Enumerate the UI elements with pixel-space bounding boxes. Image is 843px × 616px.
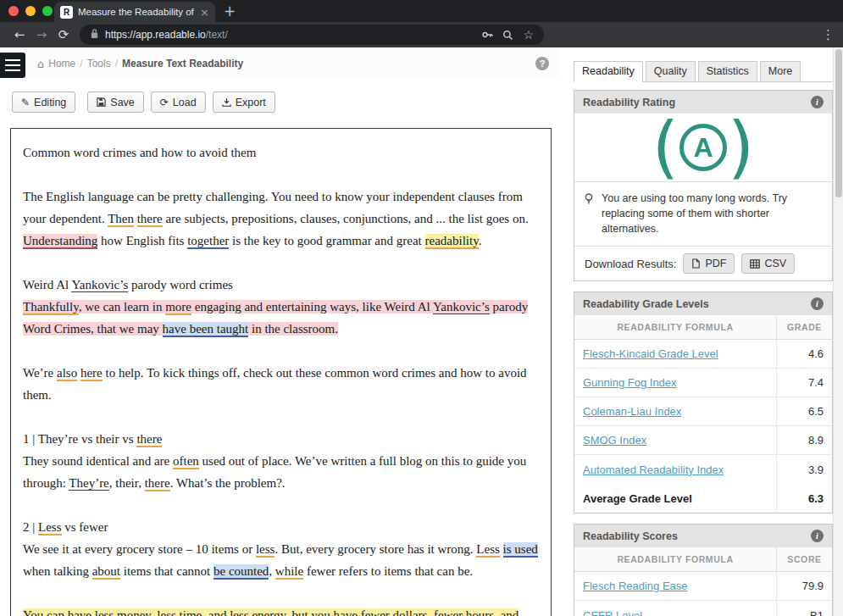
download-csv-button[interactable]: CSV (741, 253, 795, 274)
highlighted-word[interactable]: less (256, 542, 275, 558)
table-row: Automated Readability Index3.9 (574, 455, 832, 484)
close-window-button[interactable] (8, 6, 19, 16)
address-bar[interactable]: https://app.readable.io/text/ ☆ (80, 25, 544, 45)
highlighted-word[interactable]: while (275, 564, 303, 580)
back-icon[interactable]: ← (8, 24, 31, 46)
zoom-icon[interactable] (502, 30, 513, 41)
text-run: is the key to good grammar and great (229, 234, 424, 247)
formula-link[interactable]: Coleman-Liau Index (583, 405, 681, 418)
highlighted-word[interactable]: in the classroom. (248, 322, 338, 336)
highlighted-word[interactable]: together (187, 234, 229, 249)
tab-more[interactable]: More (760, 61, 801, 81)
highlighted-word[interactable]: more (165, 300, 191, 315)
highlighted-word[interactable]: is used (503, 542, 538, 558)
editor-paragraph: Weird Al Yankovic’s parody word crimes (23, 274, 539, 296)
url-text: https://app.readable.io/text/ (105, 29, 228, 41)
highlighted-word[interactable]: Yankovic’s (71, 278, 128, 292)
tip-text: You are using too many long words. Try r… (602, 191, 822, 236)
main-column: ⌂ Home / Tools / Measure Text Readabilit… (0, 47, 561, 616)
highlighted-word[interactable]: be counted (214, 564, 269, 580)
panel-title: Readability Rating (583, 97, 675, 108)
highlighted-word[interactable]: also (57, 366, 77, 381)
save-button[interactable]: Save (87, 92, 144, 113)
browser-tab[interactable]: R Measure the Readability of Tex × (54, 2, 215, 22)
browser-menu-icon[interactable]: ⋮ (822, 27, 835, 42)
table-row: Flesch-Kincaid Grade Level4.6 (574, 340, 832, 369)
sidebar-menu-button[interactable] (0, 53, 25, 78)
panel-header: Readability Rating i (574, 91, 832, 114)
info-icon[interactable]: i (811, 530, 824, 542)
highlighted-word[interactable]: Less (476, 542, 500, 558)
scrollbar-thumb[interactable] (835, 49, 842, 197)
text-run (500, 542, 503, 556)
highlighted-word[interactable]: have been taught (163, 322, 249, 337)
text-run: fewer refers to items that can be. (303, 564, 473, 578)
scores-rows: Flesch Reading Ease79.9CEFR LevelB1 (574, 572, 832, 616)
highlighted-word[interactable]: Thankfully (23, 300, 79, 315)
csv-table-icon (750, 259, 760, 269)
readability-scores-panel: Readability Scores i READABILITY FORMULA… (574, 524, 833, 616)
formula-link[interactable]: CEFR Level (583, 609, 642, 616)
download-pdf-button[interactable]: PDF (683, 253, 735, 274)
breadcrumb-separator: / (80, 58, 82, 69)
reload-icon[interactable]: ⟳ (53, 24, 75, 46)
results-sidebar: Readability Quality Statistics More Read… (574, 47, 833, 616)
password-key-icon[interactable] (481, 29, 493, 41)
forward-icon[interactable]: → (31, 24, 53, 46)
highlighted-word[interactable]: Less (38, 520, 62, 536)
highlighted-word[interactable]: about (92, 564, 120, 580)
tab-readability[interactable]: Readability (574, 61, 643, 82)
browser-toolbar: ← → ⟳ https://app.readable.io/text/ ☆ ⋮ (0, 22, 843, 47)
highlighted-word[interactable]: readability (425, 234, 479, 249)
table-row: Flesch Reading Ease79.9 (574, 572, 832, 601)
tab-quality[interactable]: Quality (646, 61, 696, 81)
url-path-part: /text/ (206, 29, 228, 41)
formula-link[interactable]: Flesch Reading Ease (583, 580, 688, 592)
info-icon[interactable]: i (811, 96, 824, 108)
editing-button[interactable]: ✎ Editing (12, 92, 75, 113)
highlighted-word[interactable]: here (80, 366, 103, 381)
highlighted-word[interactable]: there (137, 212, 163, 227)
formula-value: B1 (776, 601, 832, 616)
text-editor[interactable]: Common word crimes and how to avoid them… (10, 128, 552, 616)
highlighted-word[interactable]: You can have less money, less time, and … (23, 608, 519, 616)
highlighted-word[interactable]: They’re (69, 476, 108, 491)
close-tab-icon[interactable]: × (200, 6, 209, 19)
highlighted-word[interactable]: Yankovic’s (433, 300, 490, 314)
highlighted-word[interactable]: engaging and entertaining ways, like Wei… (191, 300, 433, 314)
breadcrumb-home-link[interactable]: Home (48, 58, 75, 69)
formula-link[interactable]: SMOG Index (583, 434, 646, 447)
highlighted-word[interactable]: Then (108, 212, 134, 227)
highlighted-word[interactable]: there (136, 432, 162, 447)
text-run: items that cannot (120, 564, 214, 578)
window-controls (8, 6, 53, 16)
editor-paragraph: They sound identical and are often used … (23, 450, 539, 494)
formula-link[interactable]: Flesch-Kincaid Grade Level (583, 347, 718, 360)
maximize-window-button[interactable] (42, 6, 53, 16)
average-grade-row: Average Grade Level 6.3 (574, 484, 832, 513)
formula-link[interactable]: Automated Readability Index (583, 463, 724, 476)
breadcrumb-current-page: Measure Text Readability (122, 58, 243, 69)
tab-statistics[interactable]: Statistics (698, 61, 757, 81)
highlighted-word[interactable]: Understanding (23, 234, 97, 249)
bookmark-star-icon[interactable]: ☆ (523, 28, 534, 42)
editor-paragraph: The English language can be pretty chall… (23, 186, 539, 252)
highlighted-word[interactable]: , we can learn in (79, 300, 165, 314)
editor-paragraph: 1 | They’re vs their vs there (23, 428, 539, 450)
help-icon[interactable]: ? (535, 57, 549, 70)
info-icon[interactable]: i (811, 297, 824, 310)
breadcrumb-tools-link[interactable]: Tools (87, 58, 111, 69)
highlighted-word[interactable]: often (173, 454, 199, 469)
editor-paragraph: We see it at every grocery store – 10 it… (23, 538, 539, 582)
highlighted-word[interactable]: there (145, 476, 170, 491)
text-run: They sound identical and are (23, 454, 173, 468)
new-tab-button[interactable]: + (224, 3, 236, 19)
formula-link[interactable]: Gunning Fog Index (583, 376, 677, 389)
column-score: SCORE (776, 547, 832, 571)
minimize-window-button[interactable] (25, 6, 36, 16)
panel-header: Readability Grade Levels i (574, 292, 832, 315)
page-scrollbar[interactable] (833, 47, 843, 616)
lightbulb-icon (583, 191, 595, 236)
load-button[interactable]: ⟳ Load (151, 92, 206, 113)
export-button[interactable]: Export (213, 92, 275, 113)
